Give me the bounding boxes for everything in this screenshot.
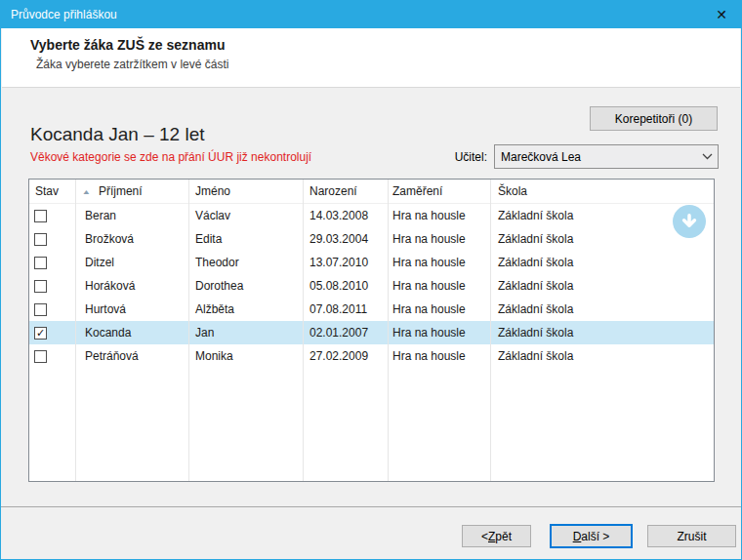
wizard-header: Vyberte žáka ZUŠ ze seznamu Žáka vyberet… bbox=[2, 28, 740, 88]
cell-jmeno: Jan bbox=[188, 321, 303, 344]
table-row[interactable]: Hurtová Alžběta 07.08.2011 Hra na housle… bbox=[29, 298, 714, 321]
age-warning-text: Věkové kategorie se zde na přání ÚUR již… bbox=[30, 150, 311, 164]
teacher-combobox[interactable]: Marečková Lea bbox=[494, 144, 719, 169]
column-divider bbox=[303, 180, 304, 481]
cell-skola: Základní škola bbox=[490, 344, 714, 368]
column-header-narozeni[interactable]: Narození bbox=[303, 180, 388, 203]
next-button[interactable]: Další > bbox=[550, 524, 633, 548]
cell-jmeno: Václav bbox=[188, 204, 303, 227]
column-header-prijmeni[interactable]: ▲ Příjmení bbox=[75, 180, 188, 203]
teacher-combobox-value: Marečková Lea bbox=[495, 150, 696, 164]
cell-narozeni: 14.03.2008 bbox=[303, 204, 388, 227]
column-divider bbox=[490, 180, 491, 481]
cell-skola: Základní škola bbox=[490, 251, 714, 274]
row-checkbox[interactable] bbox=[34, 303, 47, 316]
column-divider bbox=[188, 180, 189, 481]
check-icon: ✓ bbox=[36, 328, 45, 339]
cell-stav bbox=[29, 251, 75, 274]
chevron-down-icon bbox=[696, 153, 718, 160]
row-checkbox[interactable]: ✓ bbox=[34, 327, 47, 340]
cell-zamereni: Hra na housle bbox=[388, 321, 490, 344]
row-checkbox[interactable] bbox=[34, 280, 47, 293]
teacher-label: Učitel: bbox=[411, 150, 487, 164]
cell-zamereni: Hra na housle bbox=[388, 298, 490, 321]
cell-jmeno: Edita bbox=[188, 227, 303, 251]
cell-jmeno: Alžběta bbox=[188, 298, 303, 321]
cell-narozeni: 07.08.2011 bbox=[303, 298, 388, 321]
window-title: Průvodce přihláškou bbox=[1, 8, 117, 21]
selected-student-heading: Kocanda Jan – 12 let bbox=[30, 124, 205, 145]
cell-narozeni: 13.07.2010 bbox=[303, 251, 388, 274]
table-header-row: Stav ▲ Příjmení Jméno Narození Zaměření … bbox=[29, 180, 714, 204]
footer-divider bbox=[1, 506, 741, 507]
students-table: Stav ▲ Příjmení Jméno Narození Zaměření … bbox=[28, 179, 715, 482]
cell-jmeno: Dorothea bbox=[188, 274, 303, 298]
row-checkbox[interactable] bbox=[34, 210, 47, 222]
table-body: Beran Václav 14.03.2008 Hra na housle Zá… bbox=[29, 204, 714, 368]
step-title: Vyberte žáka ZUŠ ze seznamu bbox=[30, 37, 225, 53]
column-header-stav[interactable]: Stav bbox=[29, 180, 75, 203]
cell-stav bbox=[29, 227, 75, 251]
cell-zamereni: Hra na housle bbox=[388, 344, 490, 368]
cell-skola: Základní škola bbox=[490, 321, 714, 344]
down-arrow-icon bbox=[680, 212, 699, 231]
cell-zamereni: Hra na housle bbox=[388, 227, 490, 251]
row-checkbox[interactable] bbox=[34, 350, 47, 363]
cell-prijmeni: Beran bbox=[75, 204, 188, 227]
cell-skola: Základní škola bbox=[490, 298, 714, 321]
back-button[interactable]: < Zpět bbox=[462, 525, 531, 547]
cell-prijmeni: Brožková bbox=[75, 227, 188, 251]
cell-zamereni: Hra na housle bbox=[388, 251, 490, 274]
row-checkbox[interactable] bbox=[34, 257, 47, 269]
cell-stav bbox=[29, 274, 75, 298]
row-checkbox[interactable] bbox=[34, 233, 47, 246]
column-header-zamereni[interactable]: Zaměření bbox=[388, 180, 490, 203]
cell-skola: Základní škola bbox=[490, 274, 714, 298]
table-row[interactable]: Horáková Dorothea 05.08.2010 Hra na hous… bbox=[29, 274, 714, 298]
table-row[interactable]: Beran Václav 14.03.2008 Hra na housle Zá… bbox=[29, 204, 714, 227]
cell-prijmeni: Horáková bbox=[75, 274, 188, 298]
cell-jmeno: Monika bbox=[188, 344, 303, 368]
cell-stav bbox=[29, 204, 75, 227]
scroll-down-button[interactable] bbox=[673, 205, 706, 238]
close-icon[interactable]: ✕ bbox=[702, 1, 741, 28]
cell-narozeni: 27.02.2009 bbox=[303, 344, 388, 368]
cell-prijmeni: Hurtová bbox=[75, 298, 188, 321]
column-divider bbox=[388, 180, 389, 481]
cell-zamereni: Hra na housle bbox=[388, 204, 490, 227]
korepetitori-button[interactable]: Korepetitoři (0) bbox=[590, 106, 718, 131]
sort-ascending-icon: ▲ bbox=[82, 188, 92, 195]
cell-prijmeni: Petráňová bbox=[75, 344, 188, 368]
cell-zamereni: Hra na housle bbox=[388, 274, 490, 298]
cell-prijmeni: Ditzel bbox=[75, 251, 188, 274]
cell-stav bbox=[29, 344, 75, 368]
table-row[interactable]: Ditzel Theodor 13.07.2010 Hra na housle … bbox=[29, 251, 714, 274]
table-row[interactable]: Brožková Edita 29.03.2004 Hra na housle … bbox=[29, 227, 714, 251]
cell-narozeni: 29.03.2004 bbox=[303, 227, 388, 251]
cell-stav bbox=[29, 298, 75, 321]
step-subtitle: Žáka vyberete zatržítkem v levé části bbox=[36, 58, 228, 71]
cell-narozeni: 02.01.2007 bbox=[303, 321, 388, 344]
column-divider bbox=[75, 180, 76, 481]
cell-narozeni: 05.08.2010 bbox=[303, 274, 388, 298]
cell-jmeno: Theodor bbox=[188, 251, 303, 274]
wizard-window: Průvodce přihláškou ✕ Vyberte žáka ZUŠ z… bbox=[0, 0, 742, 560]
cell-stav: ✓ bbox=[29, 321, 75, 344]
title-bar: Průvodce přihláškou ✕ bbox=[1, 1, 741, 28]
cancel-button[interactable]: Zrušit bbox=[647, 525, 736, 547]
column-header-skola[interactable]: Škola bbox=[490, 180, 714, 203]
table-row[interactable]: ✓ Kocanda Jan 02.01.2007 Hra na housle Z… bbox=[29, 321, 714, 344]
cell-prijmeni: Kocanda bbox=[75, 321, 188, 344]
column-header-jmeno[interactable]: Jméno bbox=[188, 180, 303, 203]
table-row[interactable]: Petráňová Monika 27.02.2009 Hra na housl… bbox=[29, 344, 714, 368]
